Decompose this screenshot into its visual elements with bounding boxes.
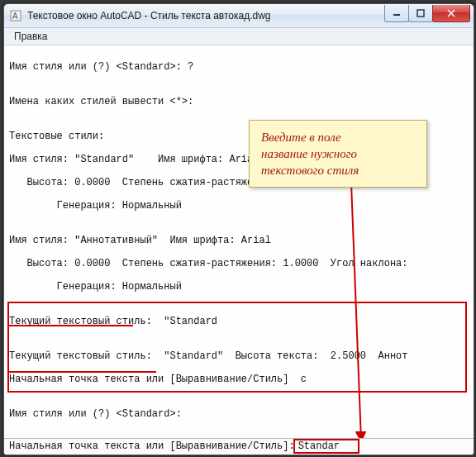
command-input-highlight	[295, 440, 358, 452]
window-title: Текстовое окно AutoCAD - Стиль текста ав…	[27, 10, 385, 21]
instruction-callout: Введите в поле название нужного текстово…	[249, 120, 427, 188]
console-line: Имя стиля: "Аннотативный" Имя шрифта: Ar…	[9, 235, 469, 246]
maximize-button[interactable]	[408, 5, 433, 22]
console-line: Имя стиля или (?) <Standard>: ?	[9, 61, 469, 73]
console-line: Генерация: Нормальный	[9, 200, 469, 212]
console-line: Имена каких стилей вывести <*>:	[9, 96, 469, 107]
maximize-icon	[416, 9, 425, 17]
callout-line: Введите в поле	[261, 129, 415, 145]
console-line: Текущий текстовый стиль: "Standard" Высо…	[9, 350, 469, 362]
callout-line: текстового стиля	[261, 162, 415, 179]
console-line: Генерация: Нормальный	[9, 281, 469, 293]
command-row: Начальная точка текста или [Выравнивание…	[4, 438, 474, 455]
callout-line: название нужного	[261, 145, 415, 162]
console-text[interactable]: Имя стиля или (?) <Standard>: ? Имена ка…	[4, 45, 474, 438]
minimize-button[interactable]	[384, 5, 409, 22]
console-line: Начальная точка текста или [Выравнивание…	[9, 374, 469, 385]
menubar: Правка	[4, 28, 474, 45]
command-prompt: Начальная точка текста или [Выравнивание…	[9, 440, 295, 452]
close-button[interactable]	[432, 5, 470, 22]
close-icon	[446, 9, 456, 17]
svg-rect-2	[393, 14, 400, 16]
console-area: Имя стиля или (?) <Standard>: ? Имена ка…	[4, 45, 474, 438]
command-input[interactable]	[297, 440, 358, 452]
svg-text:A: A	[12, 12, 18, 21]
console-line: Текущий текстовый стиль: "Standard	[9, 316, 469, 327]
window-buttons	[385, 5, 470, 21]
app-icon: A	[9, 9, 22, 22]
autocad-text-window: A Текстовое окно AutoCAD - Стиль текста …	[3, 3, 474, 455]
console-line: Имя стиля или (?) <Standard>:	[9, 408, 469, 420]
svg-rect-3	[417, 10, 424, 17]
console-line: Высота: 0.0000 Степень сжатия-растяжения…	[9, 258, 469, 269]
titlebar: A Текстовое окно AutoCAD - Стиль текста …	[4, 4, 474, 28]
minimize-icon	[393, 9, 401, 17]
menu-edit[interactable]: Правка	[9, 30, 53, 43]
